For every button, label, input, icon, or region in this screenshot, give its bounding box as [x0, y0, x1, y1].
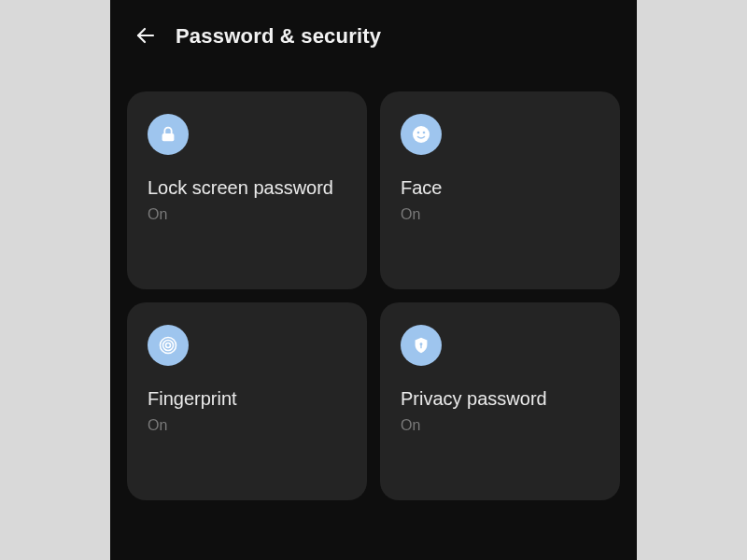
lock-icon: [148, 114, 189, 155]
card-status: On: [148, 206, 346, 223]
svg-point-2: [413, 126, 430, 143]
arrow-left-icon: [134, 24, 157, 49]
card-lock-screen-password[interactable]: Lock screen password On: [127, 91, 367, 289]
shield-key-icon: [401, 325, 442, 366]
svg-point-6: [163, 341, 174, 351]
card-status: On: [401, 417, 599, 434]
svg-rect-9: [420, 345, 421, 349]
card-title: Privacy password: [401, 386, 599, 412]
svg-rect-1: [162, 133, 175, 141]
face-icon: [401, 114, 442, 155]
page-title: Password & security: [176, 24, 381, 49]
card-privacy-password[interactable]: Privacy password On: [380, 302, 620, 500]
svg-point-3: [417, 132, 420, 134]
svg-point-7: [166, 343, 171, 348]
card-status: On: [148, 417, 346, 434]
card-title: Face: [401, 175, 599, 201]
card-fingerprint[interactable]: Fingerprint On: [127, 302, 367, 500]
card-title: Lock screen password: [148, 175, 346, 201]
header: Password & security: [127, 0, 620, 73]
settings-screen: Password & security Lock screen password…: [110, 0, 637, 560]
security-card-grid: Lock screen password On Face On: [127, 91, 620, 500]
card-face[interactable]: Face On: [380, 91, 620, 289]
card-title: Fingerprint: [148, 386, 346, 412]
back-button[interactable]: [133, 23, 159, 49]
svg-point-4: [423, 132, 426, 134]
card-status: On: [401, 206, 599, 223]
fingerprint-icon: [148, 325, 189, 366]
